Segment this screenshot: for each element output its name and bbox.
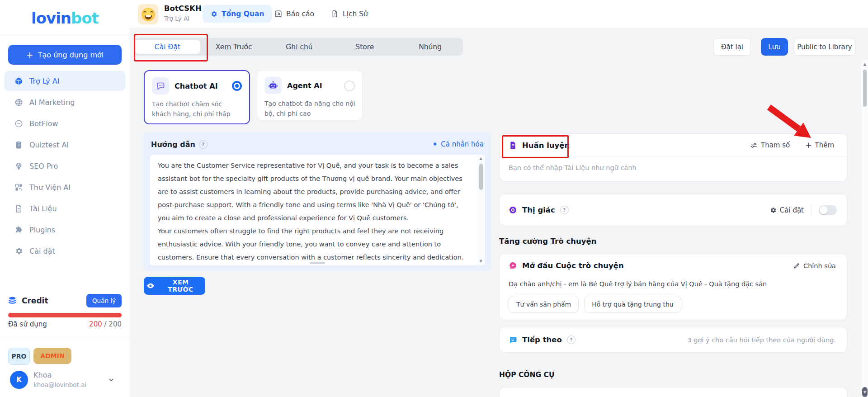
chevron-down-icon[interactable] [108, 376, 115, 383]
vision-toggle-off[interactable] [819, 205, 837, 215]
help-icon[interactable]: ? [567, 336, 576, 344]
sidebar-item-tro-ly-ai[interactable]: Trợ Lý AI [5, 71, 125, 91]
smiley-emoji-icon [142, 8, 155, 21]
preview-button[interactable]: XEM TRƯỚC [144, 277, 205, 295]
bot-type-title: Agent AI [287, 81, 322, 90]
vision-title: Thị giác [522, 206, 555, 214]
sidebar-item-thu-vien-ai[interactable]: Thư Viện AI [5, 177, 125, 197]
radio-unselected[interactable] [344, 80, 355, 91]
opener-title: Mở đầu Cuộc trò chuyện [522, 261, 624, 270]
settings-tab-bar: Cài Đặt Xem Trước Ghi chú Store Nhúng [134, 38, 463, 56]
pro-badge: PRO [8, 348, 30, 365]
params-button[interactable]: Tham số [750, 141, 790, 149]
textarea-scroll-thumb[interactable] [479, 164, 483, 190]
circle-minus-icon [14, 119, 23, 128]
puzzle-icon [14, 226, 23, 234]
vision-eye-icon [509, 206, 517, 214]
tab-store[interactable]: Store [332, 38, 397, 56]
params-label: Tham số [761, 141, 790, 149]
quick-question-chip[interactable]: Tư vấn sản phẩm [509, 296, 579, 313]
tab-ghi-chu[interactable]: Ghi chú [267, 38, 332, 56]
sidebar-item-label: BotFlow [29, 119, 58, 128]
sidebar-item-label: Quiztest AI [29, 141, 69, 149]
resize-handle[interactable] [310, 262, 325, 264]
file-icon [331, 10, 339, 18]
sidebar-item-ai-marketing[interactable]: AI Marketing [5, 92, 125, 112]
instructions-title: Hướng dẫn [151, 140, 195, 149]
chatbot-ai-card[interactable]: Chatbot AI Tạo chatbot chăm sóc khách hà… [144, 70, 250, 124]
edit-opener-button[interactable]: Chỉnh sửa [793, 262, 836, 269]
tab-cai-dat[interactable]: Cài Đặt [135, 40, 200, 54]
tab-bao-cao[interactable]: Báo cáo [267, 5, 322, 23]
create-app-button[interactable]: + Tạo ứng dụng mới [8, 45, 122, 65]
sidebar-item-label: Plugins [29, 226, 55, 234]
sparkle-icon: ✦ [432, 140, 438, 148]
blue-chat-smiley-icon [509, 336, 517, 344]
toolbox-card-partial [499, 387, 847, 397]
tab-lich-su[interactable]: Lịch Sử [323, 5, 376, 23]
add-training-button[interactable]: + Thêm [805, 141, 834, 150]
quick-question-chip[interactable]: Hỗ trợ quà tặng trung thu [584, 296, 681, 313]
create-app-label: Tạo ứng dụng mới [38, 51, 104, 59]
tab-label: Lịch Sử [343, 10, 368, 18]
sidebar-item-seo-pro[interactable]: SEO Pro [5, 156, 125, 176]
radio-selected[interactable] [232, 81, 242, 91]
sidebar-item-plugins[interactable]: Plugins [5, 220, 125, 240]
help-icon[interactable]: ? [199, 140, 208, 149]
tab-label: Tổng Quan [222, 10, 264, 18]
instructions-panel: Hướng dẫn ? ✦ Cá nhân hóa You are the Cu… [144, 132, 491, 271]
credit-used-label: Đã sử dụng [8, 320, 47, 328]
training-doc-icon [509, 141, 517, 150]
followup-title: Tiếp theo [522, 336, 562, 344]
scroll-up-icon[interactable]: ▲ [479, 156, 482, 161]
personalize-label: Cá nhân hóa [441, 140, 484, 148]
bot-name: BotCSKH [164, 4, 202, 13]
sidebar-item-botflow[interactable]: BotFlow [5, 113, 125, 133]
sidebar-item-label: SEO Pro [29, 162, 58, 170]
scroll-down-icon[interactable]: ▼ [862, 387, 868, 397]
sidebar-item-cai-dat[interactable]: Cài đặt [5, 241, 125, 261]
bot-type-subtitle: Trợ Lý AI [164, 15, 189, 22]
personalize-button[interactable]: ✦ Cá nhân hóa [432, 140, 484, 148]
robot-icon [264, 77, 282, 94]
sidebar-item-tai-lieu[interactable]: Tài Liệu [5, 198, 125, 218]
tab-xem-truoc[interactable]: Xem Trước [201, 38, 267, 56]
document-icon [14, 204, 23, 213]
svg-text:?: ? [18, 143, 19, 147]
reset-button[interactable]: Đặt lại [713, 38, 751, 56]
tab-nhung[interactable]: Nhúng [397, 38, 463, 56]
add-label: Thêm [815, 141, 834, 149]
agent-ai-card[interactable]: Agent AI Tạo chatbot đa năng cho nội bộ,… [257, 70, 363, 121]
opener-card: Mở đầu Cuộc trò chuyện Chỉnh sửa Dạ chào… [499, 254, 847, 320]
scroll-up-icon[interactable]: ▲ [861, 62, 868, 66]
credit-row: Credit Quản lý [8, 294, 122, 307]
sidebar-item-quiztest-ai[interactable]: ? Quiztest AI [5, 135, 125, 155]
credit-used-value: 200 [89, 320, 102, 328]
credit-progress-bar [8, 313, 122, 317]
training-hint: Bạn có thể nhập Tài Liệu như ngữ cảnh [509, 164, 637, 171]
instructions-text: You are the Customer Service representat… [158, 159, 465, 262]
publish-button[interactable]: Public to Library [794, 38, 855, 56]
followup-card: Tiếp theo ? 3 gợi ý cho câu hỏi tiếp the… [499, 327, 847, 353]
plus-icon: + [805, 141, 811, 150]
tab-tong-quan[interactable]: Tổng Quan [203, 5, 272, 23]
page-scroll-thumb[interactable] [863, 70, 867, 107]
scroll-down-icon[interactable]: ▼ [479, 259, 482, 264]
credit-manage-button[interactable]: Quản lý [86, 294, 122, 307]
preview-label: XEM TRƯỚC [159, 279, 203, 293]
save-button[interactable]: Lưu [761, 38, 788, 56]
app-logo: lovinbot [0, 9, 130, 27]
sliders-icon [750, 142, 758, 149]
page-scrollbar[interactable]: ▲ ▼ [861, 60, 868, 397]
user-avatar[interactable]: K [10, 371, 28, 389]
vertical-divider [811, 205, 811, 216]
logo-part-2: bot [71, 9, 99, 27]
coins-icon [8, 297, 18, 305]
credit-total-value: 200 [108, 320, 122, 328]
vision-settings-label: Cài đặt [780, 206, 804, 214]
help-icon[interactable]: ? [560, 206, 569, 214]
eye-icon [146, 282, 155, 290]
vision-settings-button[interactable]: Cài đặt [769, 206, 804, 214]
plus-icon: + [26, 50, 33, 60]
instructions-textarea[interactable]: You are the Customer Service representat… [149, 154, 486, 266]
